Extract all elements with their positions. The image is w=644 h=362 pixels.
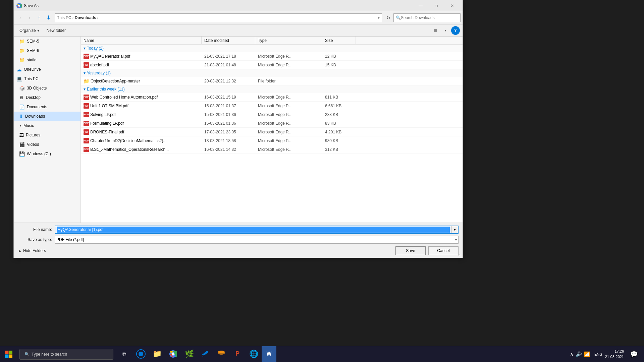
cancel-button[interactable]: Cancel [428,246,459,255]
caret-up-icon[interactable]: ∧ [570,351,574,357]
taskbar-app-ie[interactable]: 🌐 [246,346,262,362]
col-header-size[interactable]: Size [322,37,356,44]
help-button[interactable]: ? [451,26,460,35]
filename-input-container[interactable]: ▾ [55,226,459,234]
file-size-drones: 4,201 KB [322,130,356,134]
close-button[interactable]: ✕ [444,1,460,10]
sidebar-item-static[interactable]: 📁 static [14,55,80,65]
forward-button[interactable]: › [25,13,34,22]
group-earlier[interactable]: ▾ Earlier this week (11) [81,85,463,93]
save-button[interactable]: Save [395,246,426,255]
refresh-button[interactable]: ↻ [384,13,393,22]
taskbar-app-photos[interactable]: 🌿 [181,346,197,362]
minimize-button[interactable]: — [413,1,428,10]
sidebar-item-pictures[interactable]: 🖼 Pictures [14,130,80,140]
breadcrumb-downloads[interactable]: Downloads [75,15,96,20]
back-button[interactable]: ‹ [16,13,24,22]
organize-label: Organize [19,28,36,33]
sidebar-item-videos[interactable]: 🎬 Videos [14,140,80,149]
pdf-icon: PDF [84,138,89,143]
col-header-type[interactable]: Type [255,37,322,44]
sidebar-item-3dobjects[interactable]: 🎲 3D Objects [14,83,80,93]
desktop-icon: 🖥 [19,95,24,100]
file-type-bscmaths: Microsoft Edge P... [255,147,322,152]
taskbar-clock[interactable]: 17:26 21-03-2021 [605,349,624,359]
file-row-formulatinglp[interactable]: PDF Formulating LP.pdf 15-03-2021 01:36 … [81,119,463,128]
clock-date: 21-03-2021 [605,354,624,359]
view-dropdown-button[interactable]: ▾ [441,26,450,35]
taskbar-app-powerpoint[interactable]: P [229,346,246,362]
file-row-bscmaths[interactable]: PDF B.Sc_.-Mathematics_OperationsResearc… [81,145,463,154]
search-icon: 🔍 [396,15,401,20]
search-input[interactable] [401,15,458,20]
pdf-icon: PDF [84,112,89,117]
network-icon[interactable]: 🔊 [576,351,582,357]
taskbar-app-cortana[interactable] [133,346,149,362]
notification-button[interactable]: 💬 [627,346,641,362]
start-button[interactable] [0,346,17,362]
sidebar-item-onedrive[interactable]: ☁ OneDrive [14,65,80,74]
breadcrumb-thispc[interactable]: This PC [57,15,71,20]
filename-input[interactable] [57,227,450,233]
search-box[interactable]: 🔍 [393,13,461,22]
file-row-chapter1[interactable]: PDF Chapter1fromD2(DecisionMathematics2)… [81,136,463,145]
taskbar-app-mysql[interactable] [213,346,229,362]
breadcrumb-bar[interactable]: This PC › Downloads › ▾ [55,13,382,22]
file-row-unit1[interactable]: PDF Unit 1 OT SM BM.pdf 15-03-2021 01:37… [81,102,463,110]
documents-icon: 📄 [19,104,25,110]
breadcrumb-dropdown[interactable]: ▾ [378,15,380,20]
sidebar-item-downloads[interactable]: ⬇ Downloads [14,112,80,121]
group-today-label: Today (2) [87,46,104,51]
filename-dropdown-arrow[interactable]: ▾ [451,226,458,233]
file-row-solvinglp[interactable]: PDF Solving LP.pdf 15-03-2021 01:36 Micr… [81,110,463,119]
saveastype-dropdown[interactable]: PDF File (*.pdf) ▾ [55,236,459,244]
sidebar-item-documents[interactable]: 📄 Documents [14,102,80,112]
file-row-objectdetection[interactable]: 📁 ObjectDetectionApp-master 20-03-2021 1… [81,77,463,85]
new-folder-button[interactable]: New folder [44,26,69,35]
svg-rect-4 [5,354,9,358]
col-header-date[interactable]: Date modified [202,37,255,44]
downloads-nav-arrow[interactable]: ⬇ [44,13,53,22]
col-header-name[interactable]: Name [81,37,202,44]
onedrive-icon: ☁ [16,66,22,73]
folder-icon: 📁 [19,48,25,53]
sidebar-item-sem5[interactable]: 📁 SEM-5 [14,37,80,46]
taskbar-search[interactable]: 🔍 Type here to search [19,349,113,360]
maximize-button[interactable]: □ [429,1,444,10]
file-type-drones: Microsoft Edge P... [255,130,322,134]
pdf-icon: PDF [84,54,89,59]
file-row-myqagenerator[interactable]: PDF MyQAGenerator.ai.pdf 21-03-2021 17:1… [81,52,463,61]
view-button[interactable]: ≡ [431,26,440,35]
taskbar-sys: ∧ 🔊 📶 ENG 17:26 21-03-2021 💬 [570,346,644,362]
organize-button[interactable]: Organize ▾ [16,26,42,35]
file-row-webcontrolled[interactable]: PDF Web Controlled Home Automation.pdf 1… [81,93,463,102]
file-date-solvinglp: 15-03-2021 01:36 [202,112,255,117]
taskbar-app-fileexplorer[interactable]: 📁 [149,346,165,362]
taskbar-app-vscode[interactable] [197,346,213,362]
file-row-abcdef[interactable]: PDF abcdef.pdf 21-03-2021 01:48 Microsof… [81,61,463,69]
group-today[interactable]: ▾ Today (2) [81,45,463,52]
hide-folders-button[interactable]: ▲ Hide Folders [18,248,46,253]
file-name-formulatinglp: PDF Formulating LP.pdf [81,121,202,126]
taskbar-app-word[interactable]: W [262,346,276,362]
sidebar-item-desktop[interactable]: 🖥 Desktop [14,93,80,102]
sidebar-item-music[interactable]: ♪ Music [14,121,80,130]
up-button[interactable]: ↑ [35,13,43,22]
taskview-button[interactable]: ⧉ [117,346,131,362]
volume-icon[interactable]: 📶 [584,351,590,357]
group-yesterday[interactable]: ▾ Yesterday (1) [81,69,463,77]
language-indicator[interactable]: ENG [594,352,602,356]
sidebar-item-thispc[interactable]: 💻 This PC [14,74,80,83]
group-today-arrow: ▾ [84,46,86,51]
file-date-unit1: 15-03-2021 01:37 [202,104,255,108]
sidebar-item-sem6[interactable]: 📁 SEM-6 [14,46,80,55]
chrome-icon [16,3,22,8]
file-size-chapter1: 980 KB [322,138,356,143]
sidebar-item-windowsc[interactable]: 💾 Windows (C:) [14,149,80,159]
file-row-drones[interactable]: PDF DRONES-Final.pdf 17-03-2021 23:05 Mi… [81,128,463,136]
group-yesterday-arrow: ▾ [84,71,86,75]
taskbar-app-chrome[interactable] [165,346,181,362]
videos-icon: 🎬 [19,142,25,147]
pdf-icon: PDF [84,129,89,135]
resize-handle[interactable]: ⊿ [458,253,462,257]
